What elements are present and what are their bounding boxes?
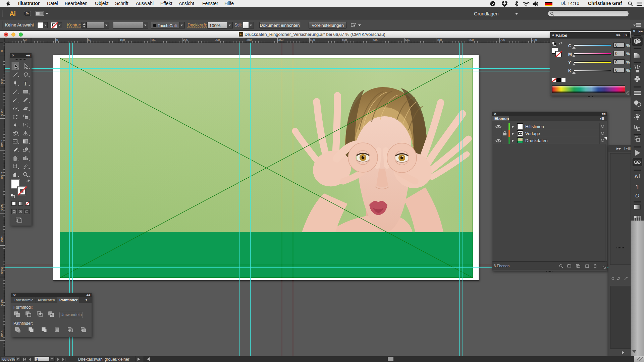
svg-text:A: A (635, 173, 638, 179)
svg-text:T: T (24, 80, 28, 87)
svg-text:¶: ¶ (636, 183, 639, 189)
svg-text:O: O (635, 192, 639, 199)
